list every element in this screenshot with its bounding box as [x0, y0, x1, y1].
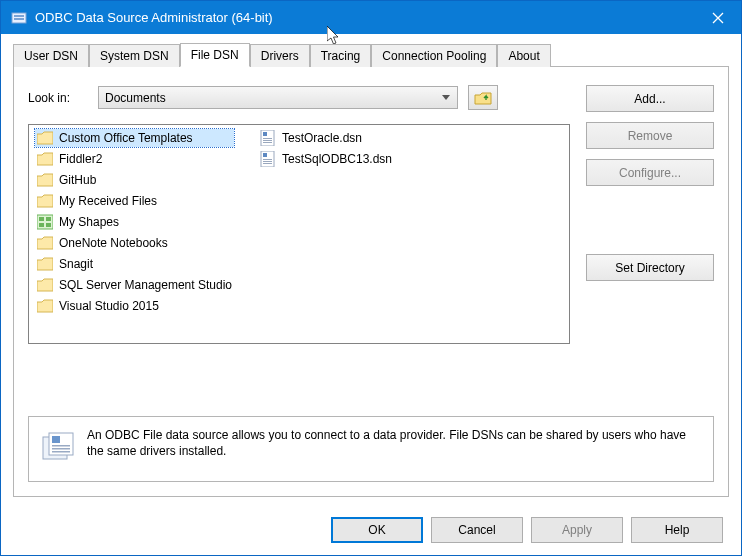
titlebar: ODBC Data Source Administrator (64-bit): [1, 1, 741, 34]
folder-icon: [37, 257, 53, 271]
svg-rect-14: [263, 153, 267, 157]
svg-rect-17: [263, 163, 272, 164]
odbc-icon: [41, 431, 75, 465]
svg-rect-16: [263, 161, 272, 162]
folder-icon: [37, 236, 53, 250]
list-item-label: My Received Files: [59, 194, 157, 208]
look-in-select[interactable]: Documents: [98, 86, 458, 109]
list-item[interactable]: Snagit: [35, 255, 234, 273]
side-button-column: Add... Remove Configure... Set Directory: [586, 85, 714, 281]
list-item-label: TestSqlODBC13.dsn: [282, 152, 392, 166]
look-in-select-wrap: Documents: [98, 86, 458, 109]
list-item-label: SQL Server Management Studio: [59, 278, 232, 292]
tab-about[interactable]: About: [497, 44, 550, 67]
svg-rect-2: [14, 18, 24, 20]
list-item[interactable]: SQL Server Management Studio: [35, 276, 234, 294]
svg-rect-1: [14, 15, 24, 17]
file-list-col-2: TestOracle.dsn TestSqlODBC13.dsn: [258, 129, 394, 339]
file-list[interactable]: Custom Office Templates Fiddler2 GitHub …: [28, 124, 570, 344]
tab-connection-pooling[interactable]: Connection Pooling: [371, 44, 497, 67]
list-item-label: TestOracle.dsn: [282, 131, 362, 145]
svg-rect-20: [52, 436, 60, 443]
svg-rect-12: [263, 142, 272, 143]
cancel-button[interactable]: Cancel: [431, 517, 523, 543]
list-item[interactable]: My Received Files: [35, 192, 234, 210]
description-box: An ODBC File data source allows you to c…: [28, 416, 714, 482]
help-button[interactable]: Help: [631, 517, 723, 543]
visio-stencil-icon: [37, 214, 53, 230]
svg-rect-6: [39, 223, 44, 227]
tab-drivers[interactable]: Drivers: [250, 44, 310, 67]
dsn-file-icon: [260, 151, 276, 167]
svg-rect-10: [263, 138, 272, 139]
close-button[interactable]: [695, 1, 741, 34]
list-item-label: Custom Office Templates: [59, 131, 193, 145]
svg-rect-9: [263, 132, 267, 136]
svg-rect-7: [46, 223, 51, 227]
tab-strip: User DSN System DSN File DSN Drivers Tra…: [13, 42, 729, 67]
svg-rect-23: [52, 451, 70, 453]
remove-button: Remove: [586, 122, 714, 149]
file-list-col-1: Custom Office Templates Fiddler2 GitHub …: [35, 129, 234, 339]
dsn-file-icon: [260, 130, 276, 146]
list-item[interactable]: My Shapes: [35, 213, 234, 231]
set-directory-button[interactable]: Set Directory: [586, 254, 714, 281]
tab-file-dsn[interactable]: File DSN: [180, 43, 250, 67]
configure-button: Configure...: [586, 159, 714, 186]
svg-rect-5: [46, 217, 51, 221]
list-item-label: Visual Studio 2015: [59, 299, 159, 313]
list-item[interactable]: TestSqlODBC13.dsn: [258, 150, 394, 168]
svg-rect-22: [52, 448, 70, 450]
folder-icon: [37, 299, 53, 313]
list-item[interactable]: Visual Studio 2015: [35, 297, 234, 315]
ok-button[interactable]: OK: [331, 517, 423, 543]
folder-up-icon: [474, 90, 492, 106]
folder-icon: [37, 173, 53, 187]
client-area: User DSN System DSN File DSN Drivers Tra…: [1, 34, 741, 509]
svg-rect-21: [52, 445, 70, 447]
list-item[interactable]: GitHub: [35, 171, 234, 189]
apply-button: Apply: [531, 517, 623, 543]
tab-panel-file-dsn: Look in: Documents Add... Remove Configu…: [13, 67, 729, 497]
svg-rect-15: [263, 159, 272, 160]
list-item-label: My Shapes: [59, 215, 119, 229]
folder-icon: [37, 278, 53, 292]
up-one-level-button[interactable]: [468, 85, 498, 110]
window-root: ODBC Data Source Administrator (64-bit) …: [0, 0, 742, 556]
svg-rect-4: [39, 217, 44, 221]
tab-user-dsn[interactable]: User DSN: [13, 44, 89, 67]
list-item[interactable]: Custom Office Templates: [35, 129, 234, 147]
list-item-label: GitHub: [59, 173, 96, 187]
description-text: An ODBC File data source allows you to c…: [87, 427, 701, 459]
svg-rect-11: [263, 140, 272, 141]
folder-icon: [37, 131, 53, 145]
dialog-footer: OK Cancel Apply Help: [19, 517, 723, 543]
tab-tracing[interactable]: Tracing: [310, 44, 372, 67]
add-button[interactable]: Add...: [586, 85, 714, 112]
app-icon: [11, 10, 27, 26]
tab-system-dsn[interactable]: System DSN: [89, 44, 180, 67]
list-item[interactable]: Fiddler2: [35, 150, 234, 168]
folder-icon: [37, 194, 53, 208]
look-in-label: Look in:: [28, 91, 88, 105]
list-item-label: Snagit: [59, 257, 93, 271]
list-item[interactable]: TestOracle.dsn: [258, 129, 394, 147]
folder-icon: [37, 152, 53, 166]
list-item-label: OneNote Notebooks: [59, 236, 168, 250]
list-item-label: Fiddler2: [59, 152, 102, 166]
list-item[interactable]: OneNote Notebooks: [35, 234, 234, 252]
window-title: ODBC Data Source Administrator (64-bit): [35, 10, 731, 25]
